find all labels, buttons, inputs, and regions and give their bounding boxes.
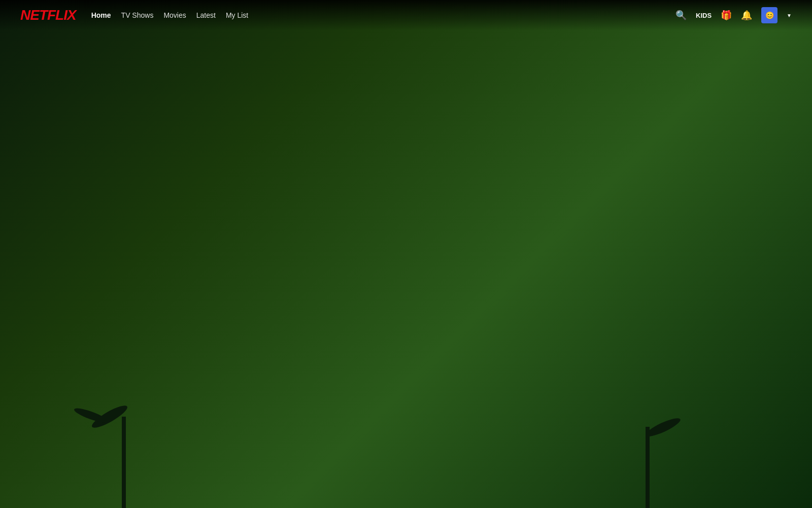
bottom-featured: N SERIES JEFFREY <box>0 307 812 429</box>
gift-icon[interactable]: 🎁 <box>721 10 732 21</box>
nav-links: Home TV Shows Movies Latest My List <box>91 11 249 20</box>
bell-icon[interactable]: 🔔 <box>741 10 752 21</box>
nav-link-latest[interactable]: Latest <box>196 11 216 19</box>
profile-dropdown-arrow[interactable]: ▼ <box>787 13 792 18</box>
kids-button[interactable]: KIDS <box>696 12 712 19</box>
nav-item-movies[interactable]: Movies <box>163 11 186 20</box>
nav-item-tvshows[interactable]: TV Shows <box>121 11 154 20</box>
nav-right: 🔍 KIDS 🎁 🔔 😊 ▼ <box>675 7 792 23</box>
bottom-featured-image <box>0 307 406 429</box>
avatar[interactable]: 😊 <box>761 7 777 23</box>
nav-item-mylist[interactable]: My List <box>226 11 248 20</box>
nav-link-mylist[interactable]: My List <box>226 11 248 19</box>
search-icon[interactable]: 🔍 <box>675 10 687 21</box>
netflix-logo[interactable]: NETFLIX <box>20 7 76 23</box>
nav-link-tvshows[interactable]: TV Shows <box>121 11 154 19</box>
nav-link-home[interactable]: Home <box>91 11 111 19</box>
nav-link-movies[interactable]: Movies <box>163 11 186 19</box>
nav-item-latest[interactable]: Latest <box>196 11 216 20</box>
nav-item-home[interactable]: Home <box>91 11 111 20</box>
navbar: NETFLIX Home TV Shows Movies Latest My L… <box>0 0 812 30</box>
